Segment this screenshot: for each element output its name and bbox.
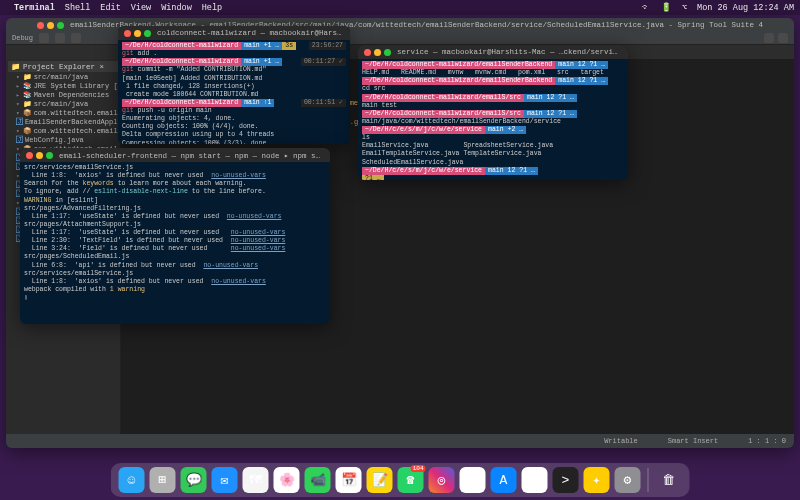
maximize-icon[interactable] — [46, 152, 53, 159]
dock-app-maps[interactable]: 🗺 — [243, 467, 269, 493]
menu-edit[interactable]: Edit — [100, 3, 120, 13]
terminal-line: git commit -m "Added CONTRIBUTION.md" — [122, 66, 346, 74]
terminal-line: 1 file changed, 128 insertions(+) — [122, 83, 346, 91]
tree-item[interactable]: 🄹EmailSenderBackendApplic… — [8, 117, 118, 126]
menu-help[interactable]: Help — [202, 3, 222, 13]
tree-item-label: JRE System Library [JavaSE-17] — [34, 82, 118, 90]
close-icon[interactable] — [124, 30, 131, 37]
open-perspective-icon[interactable] — [778, 33, 788, 43]
terminal-line: Line 1:17: 'useState' is defined but nev… — [24, 229, 326, 237]
dock-app-finder[interactable]: ☺ — [119, 467, 145, 493]
status-writable: Writable — [604, 437, 638, 445]
perspective-icon[interactable] — [764, 33, 774, 43]
maximize-icon[interactable] — [57, 22, 64, 29]
dock-app-instagram[interactable]: ◎ — [429, 467, 455, 493]
dock-app-chrome[interactable]: ◉ — [460, 467, 486, 493]
control-center-icon[interactable]: ⌥ — [682, 2, 687, 13]
dock-app-mail[interactable]: ✉ — [212, 467, 238, 493]
minimize-icon[interactable] — [36, 152, 43, 159]
terminal-line: ~/De/H/coldconnect-mailwizardmain +1 …3s… — [122, 42, 346, 50]
terminal-line: ~/De/H/c/e/s/m/j/c/w/e/servicemain 12 ?1… — [362, 167, 624, 175]
terminal-line: src/pages/ScheduledEmail.js — [24, 253, 326, 261]
terminal-titlebar: service — macbookair@Harshits-Mac — …cke… — [358, 45, 628, 59]
dock-app-whatsapp[interactable]: ☎ — [398, 467, 424, 493]
folder-icon: 📁 — [23, 100, 32, 108]
terminal-line: Enumerating objects: 4, done. — [122, 115, 346, 123]
menu-window[interactable]: Window — [161, 3, 192, 13]
dock-app-facetime[interactable]: 📹 — [305, 467, 331, 493]
dock-app-notes[interactable]: 📝 — [367, 467, 393, 493]
tree-item[interactable]: 📦com.wittedtech.emailSenderBacke… — [8, 108, 118, 117]
terminal-line: HELP.md README.md mvnw mvnw.cmd pom.xml … — [362, 69, 624, 77]
dock-app-launchpad[interactable]: ⊞ — [150, 467, 176, 493]
menu-view[interactable]: View — [131, 3, 151, 13]
terminal-line: Line 1:17: 'useState' is defined but nev… — [24, 213, 326, 221]
tree-item-label: WebConfig.java — [25, 136, 84, 144]
explorer-header: 📁 Project Explorer × — [8, 61, 118, 72]
tree-item[interactable]: 🄹WebConfig.java — [8, 135, 118, 144]
terminal-line: Line 1:8: 'axios' is defined but never u… — [24, 172, 326, 180]
close-icon[interactable] — [364, 49, 371, 56]
terminal-line: ~/De/H/coldconnect-mailwizard/emailS/src… — [362, 94, 624, 102]
terminal-line: WARNING in [eslint] — [24, 197, 326, 205]
tree-item[interactable]: 📦com.wittedtech.emailSenderBacke… — [8, 126, 118, 135]
dock-app-photos[interactable]: 🌸 — [274, 467, 300, 493]
ide-statusbar: Writable Smart Insert 1 : 1 : 0 — [6, 434, 794, 448]
terminal-line: Counting objects: 100% (4/4), done. — [122, 123, 346, 131]
tree-item[interactable]: 📚JRE System Library [JavaSE-17] — [8, 81, 118, 90]
debug-icon[interactable] — [55, 33, 65, 43]
terminal-title: email-scheduler-frontend — npm start — n… — [59, 151, 324, 160]
run-icon[interactable] — [39, 33, 49, 43]
menu-shell[interactable]: Shell — [65, 3, 91, 13]
terminal-line: [main 1e05eeb] Added CONTRIBUTION.md — [122, 75, 346, 83]
clock[interactable]: Mon 26 Aug 12:24 AM — [697, 3, 794, 13]
battery-icon[interactable]: 🔋 — [661, 2, 672, 13]
dock-app-settings[interactable]: ⚙ — [615, 467, 641, 493]
minimize-icon[interactable] — [374, 49, 381, 56]
dock-app-messages[interactable]: 💬 — [181, 467, 207, 493]
stop-icon[interactable] — [71, 33, 81, 43]
terminal-line: ~/De/H/coldconnect-mailwizard/emailSende… — [362, 61, 624, 69]
folder-icon: 📦 — [23, 109, 32, 117]
dock-separator — [648, 468, 649, 492]
terminal-body[interactable]: src/services/emailService.js Line 1:8: '… — [20, 162, 330, 304]
tree-item[interactable]: 📚Maven Dependencies — [8, 90, 118, 99]
maximize-icon[interactable] — [144, 30, 151, 37]
terminal-line: Line 3:24: 'Field' is defined but never … — [24, 245, 326, 253]
terminal-line: ▯ — [24, 294, 326, 302]
window-controls — [37, 22, 64, 29]
terminal-line: main test — [362, 102, 624, 110]
tree-item[interactable]: 📁src/main/java — [8, 99, 118, 108]
dock-app-calendar[interactable]: 📅 — [336, 467, 362, 493]
maximize-icon[interactable] — [384, 49, 391, 56]
terminal-line: Line 2:30: 'TextField' is defined but ne… — [24, 237, 326, 245]
terminal-line: ls — [362, 134, 624, 142]
minimize-icon[interactable] — [134, 30, 141, 37]
terminal-title: service — macbookair@Harshits-Mac — …cke… — [397, 48, 622, 56]
dock-app-movavi[interactable]: ✦ — [584, 467, 610, 493]
terminal-line: ScheduledEmailService.java — [362, 159, 624, 167]
terminal-line: src/pages/AttachmentSupport.js — [24, 221, 326, 229]
tree-item-label: src/main/java — [34, 100, 89, 108]
menu-app[interactable]: Terminal — [14, 3, 55, 13]
dock-app-terminal[interactable]: > — [553, 467, 579, 493]
dock-trash[interactable]: 🗑 — [656, 467, 682, 493]
close-icon[interactable] — [26, 152, 33, 159]
minimize-icon[interactable] — [47, 22, 54, 29]
wifi-icon[interactable]: ᯤ — [642, 3, 651, 13]
terminal-service-window: service — macbookair@Harshits-Mac — …cke… — [358, 45, 628, 180]
dock-app-spring[interactable]: ❃ — [522, 467, 548, 493]
terminal-line: src/services/emailService.js — [24, 164, 326, 172]
folder-icon: 📁 — [11, 62, 20, 71]
terminal-line: ?1 … — [362, 175, 624, 180]
tree-item[interactable]: 📁src/main/java — [8, 72, 118, 81]
terminal-body[interactable]: ~/De/H/coldconnect-mailwizardmain +1 …3s… — [118, 40, 350, 144]
close-icon[interactable] — [37, 22, 44, 29]
terminal-body[interactable]: ~/De/H/coldconnect-mailwizard/emailSende… — [358, 59, 628, 180]
debug-tab[interactable]: Debug — [12, 34, 33, 42]
terminal-line: Line 1:8: 'axios' is defined but never u… — [24, 278, 326, 286]
dock-app-appstore[interactable]: A — [491, 467, 517, 493]
terminal-line: src/pages/AdvancedFiltering.js — [24, 205, 326, 213]
terminal-line: ~/De/H/c/e/s/m/j/c/w/e/servicemain +2 … — [362, 126, 624, 134]
folder-icon: 📚 — [23, 91, 32, 99]
